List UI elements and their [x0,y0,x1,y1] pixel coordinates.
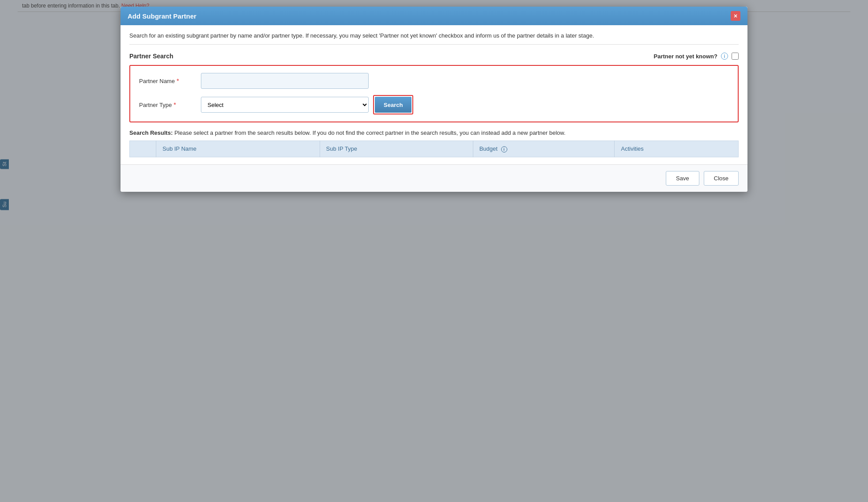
table-header: Sub IP Name Sub IP Type Budget i Activit… [130,141,739,157]
table-header-row: Sub IP Name Sub IP Type Budget i Activit… [130,141,739,157]
partner-type-select-row: Select NGO Government UN Agency Private … [201,95,413,114]
search-button-wrapper: Search [373,95,413,114]
save-button[interactable]: Save [666,171,699,186]
partner-type-row: Partner Type * Select NGO Government UN … [139,95,729,114]
partner-type-label: Partner Type [139,102,172,108]
modal-title: Add Subgrant Partner [128,12,196,20]
partner-type-label-container: Partner Type * [139,101,201,108]
partner-not-known-container: Partner not yet known? i [654,53,739,60]
partner-name-row: Partner Name * [139,73,729,89]
page-background: tab before entering information in this … [0,0,868,502]
table-col-budget: Budget i [473,141,615,157]
partner-name-input[interactable] [201,73,369,89]
modal-body: Search for an existing subgrant partner … [121,25,747,164]
search-results-text: Please select a partner from the search … [174,129,566,136]
partner-type-required: * [174,101,176,108]
close-button[interactable]: Close [704,171,739,186]
partner-not-known-label: Partner not yet known? [654,53,717,60]
partner-name-label-container: Partner Name * [139,77,201,84]
add-subgrant-partner-modal: Add Subgrant Partner × Search for an exi… [121,7,747,192]
search-button[interactable]: Search [375,97,411,113]
partner-not-known-checkbox-container [732,53,739,60]
search-form-box: Partner Name * Partner Type * [129,65,739,122]
table-col-activities: Activities [615,141,739,157]
modal-footer: Save Close [121,164,747,192]
table-col-select [130,141,156,157]
search-results-table: Sub IP Name Sub IP Type Budget i Activit… [129,141,739,157]
partner-not-known-info-icon[interactable]: i [721,53,728,60]
modal-overlay: Add Subgrant Partner × Search for an exi… [0,0,868,502]
table-col-sub-ip-name: Sub IP Name [156,141,320,157]
search-results-prefix: Search Results: [129,129,173,136]
partner-search-title: Partner Search [129,53,174,60]
partner-name-label: Partner Name [139,78,175,84]
modal-description: Search for an existing subgrant partner … [129,32,739,45]
budget-info-icon[interactable]: i [501,146,507,152]
search-results-label: Search Results: Please select a partner … [129,129,739,136]
partner-name-required: * [177,77,179,84]
partner-not-known-checkbox[interactable] [732,53,739,60]
table-col-sub-ip-type: Sub IP Type [320,141,473,157]
modal-header: Add Subgrant Partner × [121,7,747,25]
partner-type-select[interactable]: Select NGO Government UN Agency Private … [201,97,369,113]
modal-close-button[interactable]: × [731,11,740,21]
partner-search-header: Partner Search Partner not yet known? i [129,53,739,60]
